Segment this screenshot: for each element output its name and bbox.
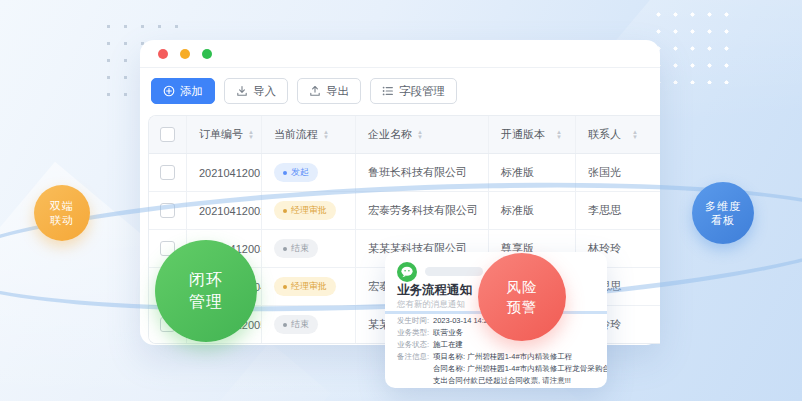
import-button-label: 导入 [253,84,276,99]
feature-badge-risk-warning: 风险 预警 [478,253,566,341]
badge-text: 联动 [50,213,74,227]
table-header-row: 订单编号▲▼ 当前流程▲▼ 企业名称▲▼ 开通版本▲▼ 联系人▲▼ [149,116,660,154]
download-icon [236,85,248,97]
badge-text: 风险 [507,277,538,297]
field-label: 业务类型: [397,327,433,339]
column-header-order: 订单编号 [199,127,243,142]
contact-name: 李思思 [576,192,660,229]
divider [140,67,660,68]
row-checkbox[interactable] [160,203,175,218]
sort-icon[interactable]: ▲▼ [248,130,254,139]
contact-name: 张国光 [576,154,660,191]
flow-status-badge: 经理审批 [274,201,336,220]
field-management-button-label: 字段管理 [399,84,445,99]
feature-badge-closed-loop: 闭环 管理 [155,240,257,342]
sort-icon[interactable]: ▲▼ [556,130,562,139]
remark-lines: 项目名称: 广州碧桂园1-4#市内精装修工程 合同名称: 广州碧桂园1-4#市内… [433,351,607,387]
sort-icon[interactable]: ▲▼ [323,130,329,139]
remark-line: 项目名称: 广州碧桂园1-4#市内精装修工程 [433,351,607,363]
column-header-flow: 当前流程 [274,127,318,142]
select-all-checkbox[interactable] [160,127,175,142]
field-label: 业务状态: [397,339,433,351]
field-label: 备注信息: [397,351,433,387]
field-value: 施工在建 [433,339,463,351]
field-value: 联营业务 [433,327,463,339]
plus-circle-icon [163,85,175,97]
remark-line: 支出合同付款已经超过合同收票, 请注意!!! [433,375,607,387]
maximize-window-icon[interactable] [202,49,212,59]
remark-line: 合同名称: 广州碧桂园1-4#市内精装修工程龙骨采购合同 [433,363,607,375]
flow-status-badge: 结束 [274,315,318,334]
flow-status-badge: 发起 [274,163,318,182]
table-row: 20210412001 发起 鲁班长科技有限公司 标准版 张国光 [149,154,660,192]
upload-icon [309,85,321,97]
column-header-contact: 联系人 [588,127,621,142]
company-name: 鲁班长科技有限公司 [356,154,489,191]
window-controls [158,49,212,59]
column-header-company: 企业名称 [368,127,412,142]
version: 标准版 [489,154,576,191]
field-management-button[interactable]: 字段管理 [370,78,457,104]
list-icon [382,85,394,97]
feature-badge-dual-linkage: 双端 联动 [34,185,90,241]
badge-text: 预警 [507,297,538,317]
feature-badge-multi-dashboard: 多维度 看板 [692,182,754,244]
order-number: 20210412001 [187,154,262,191]
toolbar: 添加 导入 导出 [151,78,457,104]
marketing-screenshot: 添加 导入 导出 [0,0,802,401]
notification-title: 业务流程通知 [397,282,472,299]
version: 标准版 [489,192,576,229]
add-button[interactable]: 添加 [151,78,215,104]
row-checkbox[interactable] [160,165,175,180]
column-header-version: 开通版本 [501,127,545,142]
add-button-label: 添加 [180,84,203,99]
badge-text: 管理 [189,291,223,313]
wechat-chat-icon [397,262,417,282]
order-number: 20210412002 [187,192,262,229]
minimize-window-icon[interactable] [180,49,190,59]
badge-text: 双端 [50,199,74,213]
field-label: 发生时间: [397,315,433,327]
sort-icon[interactable]: ▲▼ [632,130,638,139]
badge-text: 闭环 [189,269,223,291]
export-button-label: 导出 [326,84,349,99]
company-name: 宏泰劳务科技有限公司 [356,192,489,229]
flow-status-badge: 经理审批 [274,277,336,296]
placeholder-bar [425,267,483,276]
export-button[interactable]: 导出 [297,78,361,104]
table-row: 20210412002 经理审批 宏泰劳务科技有限公司 标准版 李思思 [149,192,660,230]
dot-grid-decoration [650,6,732,84]
flow-status-badge: 结束 [274,239,318,258]
close-window-icon[interactable] [158,49,168,59]
badge-text: 看板 [711,213,735,227]
badge-text: 多维度 [705,199,741,213]
import-button[interactable]: 导入 [224,78,288,104]
field-value: 2023-03-14 14:2 [433,315,488,327]
sort-icon[interactable]: ▲▼ [417,130,423,139]
notification-subtitle: 您有新的消息通知 [397,299,465,311]
